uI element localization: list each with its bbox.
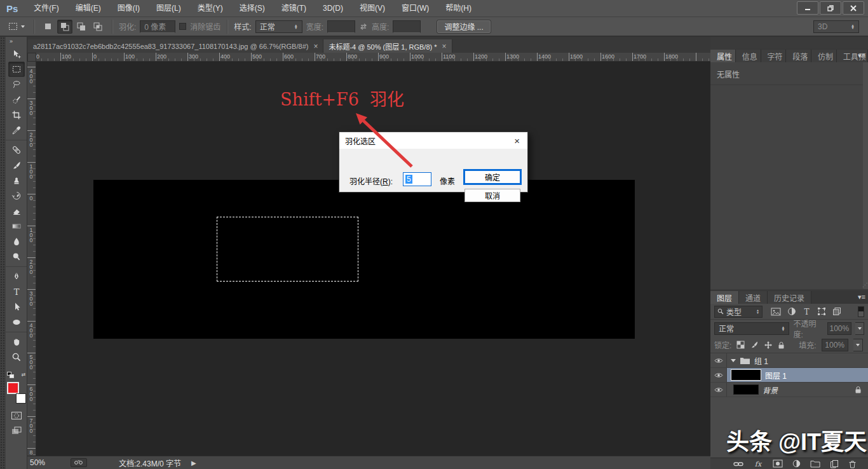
antialias-checkbox[interactable] <box>179 23 186 30</box>
tool-blur-icon[interactable] <box>8 234 25 249</box>
mini-bridge-icon[interactable] <box>71 458 87 467</box>
layer-thumbnail[interactable] <box>731 369 761 381</box>
tool-gradient-icon[interactable] <box>8 219 25 234</box>
quick-mask-button[interactable] <box>8 408 25 423</box>
tool-eyedropper-icon[interactable] <box>8 123 25 138</box>
menu-item[interactable]: 窗口(W) <box>393 0 437 17</box>
adjustment-filter-icon[interactable] <box>787 307 796 316</box>
tool-zoom-icon[interactable] <box>8 350 25 365</box>
workspace-switcher[interactable]: 3D ▲▼ <box>813 20 859 33</box>
vertical-ruler[interactable]: 4003002001000100200300400500600700800 <box>27 62 36 456</box>
add-mask-button[interactable] <box>773 459 783 468</box>
blend-mode-dropdown[interactable]: 正常 ▲▼ <box>714 322 789 335</box>
panel-tab-字符[interactable]: 字符 <box>761 50 787 62</box>
menu-item[interactable]: 视图(V) <box>351 0 393 17</box>
tool-move-icon[interactable] <box>8 46 25 62</box>
menu-item[interactable]: 帮助(H) <box>437 0 480 17</box>
layer-filter-toggle[interactable] <box>858 306 864 317</box>
pixel-filter-icon[interactable] <box>771 307 781 316</box>
new-layer-button[interactable] <box>830 459 839 468</box>
tool-dodge-icon[interactable] <box>8 249 25 264</box>
close-button[interactable] <box>843 1 864 15</box>
expand-triangle-icon[interactable] <box>731 359 736 362</box>
tool-pen-icon[interactable] <box>8 269 25 284</box>
tool-path-select-icon[interactable] <box>8 299 25 315</box>
subtract-from-selection-button[interactable] <box>74 20 89 34</box>
lock-transparent-icon[interactable] <box>736 341 745 349</box>
document-tab[interactable]: 未标题-4 @ 50% (图层 1, RGB/8) *× <box>323 39 452 53</box>
cancel-button[interactable]: 取消 <box>465 189 520 202</box>
fill-input[interactable]: 100% <box>822 339 848 351</box>
width-input[interactable] <box>327 20 355 33</box>
tool-hand-icon[interactable] <box>8 334 25 350</box>
horizontal-ruler[interactable]: 2001000100200300400500600700800900100011… <box>27 53 710 62</box>
menu-item[interactable]: 3D(D) <box>315 0 351 17</box>
ok-button[interactable]: 确定 <box>465 170 520 184</box>
resize-grip-icon[interactable]: ⋰ <box>862 282 867 288</box>
lock-all-icon[interactable] <box>778 341 785 349</box>
opacity-input[interactable]: 100% <box>827 322 852 335</box>
tool-brush-icon[interactable] <box>8 158 25 173</box>
layer-visibility-toggle[interactable] <box>710 353 727 367</box>
minimize-button[interactable] <box>797 1 818 15</box>
height-input[interactable] <box>393 20 421 33</box>
panel-tab-属性[interactable]: 属性 <box>710 50 736 62</box>
menu-item[interactable]: 选择(S) <box>231 0 273 17</box>
zoom-level[interactable]: 50% <box>30 458 45 467</box>
shape-filter-icon[interactable] <box>817 307 826 316</box>
foreground-color-swatch[interactable] <box>7 382 19 394</box>
panel-tab-信息[interactable]: 信息 <box>736 50 761 62</box>
tool-crop-icon[interactable] <box>8 107 25 123</box>
link-layers-button[interactable] <box>733 460 743 468</box>
menu-item[interactable]: 编辑(E) <box>67 0 109 17</box>
layer-thumbnail[interactable] <box>733 384 759 395</box>
lock-pixels-icon[interactable] <box>750 341 759 349</box>
background-color-swatch[interactable] <box>16 393 26 404</box>
document-tab[interactable]: a28117ac91032c7eb6bdb2c42555ea83_9173330… <box>28 39 323 53</box>
menu-item[interactable]: 滤镜(T) <box>273 0 315 17</box>
menu-item[interactable]: 文件(F) <box>25 0 67 17</box>
tool-healing-icon[interactable] <box>8 142 25 158</box>
tool-type-icon[interactable]: T <box>8 284 25 299</box>
type-filter-icon[interactable]: T <box>803 307 811 316</box>
tool-eraser-icon[interactable] <box>8 203 25 219</box>
tool-rect-marquee-icon[interactable] <box>8 62 25 77</box>
new-selection-button[interactable] <box>41 20 56 34</box>
menu-item[interactable]: 图像(I) <box>109 0 148 17</box>
new-group-button[interactable] <box>810 460 820 468</box>
add-to-selection-button[interactable] <box>57 20 72 34</box>
tool-history-brush-icon[interactable] <box>8 188 25 203</box>
lock-position-icon[interactable] <box>764 341 773 350</box>
layer-filter-dropdown[interactable]: 类型 ▲▼ <box>714 306 763 318</box>
menu-item[interactable]: 图层(L) <box>148 0 189 17</box>
layer-row[interactable]: 图层 1 <box>710 368 868 383</box>
layer-visibility-toggle[interactable] <box>710 383 727 397</box>
tab-close-icon[interactable]: × <box>313 42 318 51</box>
delete-layer-button[interactable] <box>848 459 857 468</box>
tool-lasso-icon[interactable] <box>8 77 25 92</box>
intersect-selection-button[interactable] <box>90 20 105 34</box>
panel-tab-段落[interactable]: 段落 <box>786 50 811 62</box>
fill-dropdown-button[interactable] <box>853 339 863 351</box>
document-size-info[interactable]: 文档:2.43M/0 字节 <box>119 458 181 468</box>
properties-panel-menu-icon[interactable]: ▾≡ <box>858 51 865 60</box>
refine-edge-button[interactable]: 调整边缘 ... <box>437 20 490 33</box>
status-flyout-arrow-icon[interactable]: ▶ <box>191 459 196 466</box>
layer-row[interactable]: 组 1 <box>710 353 868 368</box>
panel-tab-通道[interactable]: 通道 <box>739 291 768 304</box>
panel-scrollbar[interactable]: ⋰ <box>863 62 868 289</box>
add-adjustment-button[interactable] <box>792 459 801 468</box>
layer-visibility-toggle[interactable] <box>710 368 727 382</box>
collapse-panel-icon[interactable]: » <box>6 38 12 44</box>
panel-tab-仿制[interactable]: 仿制 <box>811 50 837 62</box>
panel-tab-图层[interactable]: 图层 <box>710 291 739 304</box>
screen-mode-button[interactable] <box>8 423 25 438</box>
tab-close-icon[interactable]: × <box>442 42 447 51</box>
tool-ellipse-icon[interactable] <box>8 315 25 330</box>
restore-button[interactable] <box>820 1 841 15</box>
panel-tab-历史记录[interactable]: 历史记录 <box>768 291 811 304</box>
canvas-viewport[interactable]: Shift+F6 羽化 羽化选区 × 羽化半径(R): 5 像素 确定 取消 <box>36 62 710 456</box>
swap-dimensions-icon[interactable] <box>359 22 368 31</box>
style-dropdown[interactable]: 正常 ▲▼ <box>255 20 302 33</box>
layer-row[interactable]: 背景 <box>710 383 868 397</box>
